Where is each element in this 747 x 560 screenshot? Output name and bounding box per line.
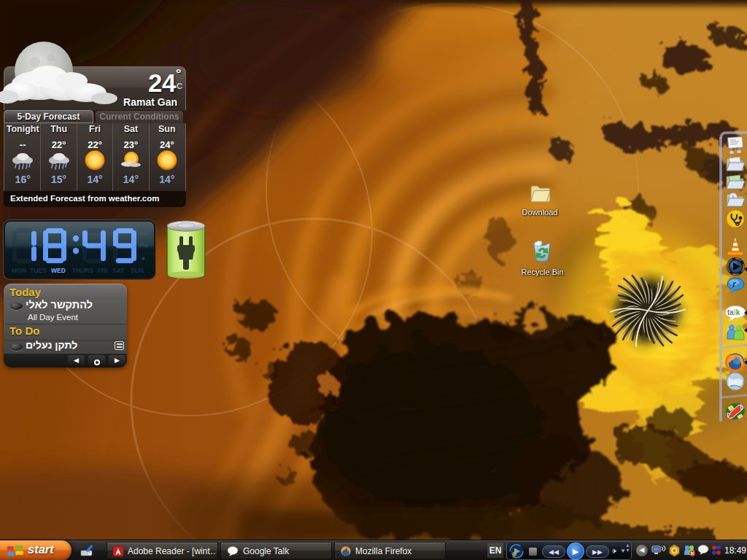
svg-text:♠: ♠ — [142, 254, 145, 262]
svg-text:SAT: SAT — [112, 267, 125, 274]
svg-text:TUES: TUES — [30, 267, 47, 274]
svg-text:MON: MON — [12, 267, 26, 274]
svg-text:WED: WED — [51, 267, 66, 274]
svg-text:FRI: FRI — [98, 267, 108, 274]
svg-text:SUN: SUN — [131, 267, 144, 274]
svg-text:THURS: THURS — [72, 267, 94, 274]
svg-text:talk: talk — [727, 308, 740, 316]
